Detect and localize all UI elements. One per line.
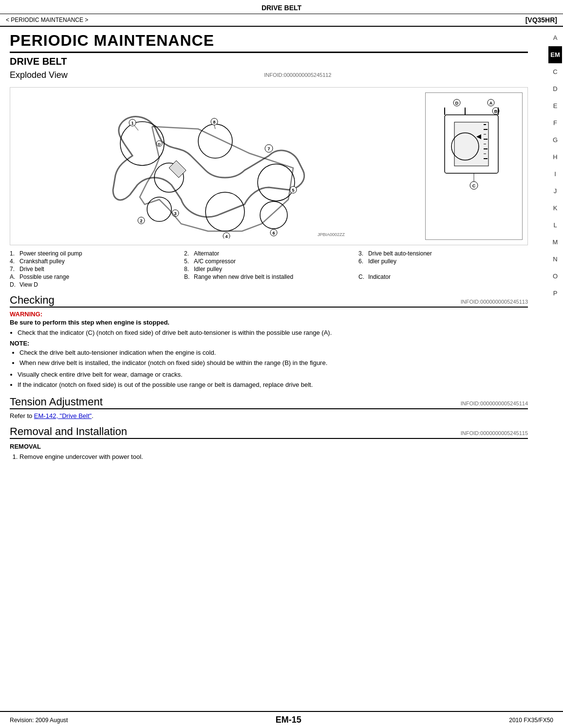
- infoid-exploded: INFOID:0000000005245112: [264, 72, 331, 78]
- checking-bullet-list: Check that the indicator (C) (notch on f…: [18, 328, 528, 338]
- sidebar-letter-M: M: [548, 234, 562, 251]
- section-title-drive-belt: DRIVE BELT: [10, 56, 528, 67]
- main-content: PERIODIC MAINTENANCE DRIVE BELT Exploded…: [0, 27, 547, 468]
- legend-item-6: 6. Idler pulley: [358, 258, 528, 265]
- removal-steps-list: Remove engine undercover with power tool…: [19, 452, 528, 462]
- subsection-title-exploded: Exploded View: [10, 70, 68, 80]
- svg-text:JPBIA0002ZZ: JPBIA0002ZZ: [318, 232, 345, 237]
- footer-revision: Revision: 2009 August: [10, 717, 68, 724]
- sidebar-letter-F: F: [548, 114, 562, 131]
- checking-title: Checking: [10, 294, 55, 307]
- svg-text:5: 5: [292, 188, 294, 193]
- checking-bullet-3: If the indicator (notch on fixed side) i…: [18, 380, 528, 390]
- warning-label: WARNING:: [10, 310, 528, 318]
- sidebar-letter-G: G: [548, 131, 562, 148]
- infoid-tension: INFOID:0000000005245114: [461, 400, 528, 406]
- sidebar-letter-EM: EM: [548, 46, 562, 63]
- sidebar-letter-K: K: [548, 200, 562, 217]
- exploded-view-header: Exploded View INFOID:0000000005245112: [10, 70, 528, 82]
- legend-item-4: 4. Crankshaft pulley: [10, 258, 179, 265]
- svg-text:D: D: [158, 142, 161, 146]
- svg-text:C: C: [472, 183, 476, 188]
- svg-text:7: 7: [267, 146, 270, 151]
- legend-item-1: 1. Power steering oil pump: [10, 250, 179, 257]
- svg-text:6: 6: [272, 231, 275, 236]
- right-sidebar: A EM C D E F G H I J K L M N O P: [547, 29, 563, 302]
- legend-item-5: 5. A/C compressor: [184, 258, 354, 265]
- svg-rect-37: [454, 122, 488, 166]
- note-bullet-list: Check the drive belt auto-tensioner indi…: [19, 348, 528, 368]
- header-title-text: DRIVE BELT: [262, 4, 301, 12]
- svg-text:8: 8: [213, 120, 215, 125]
- legend-item-C: C. Indicator: [358, 273, 528, 280]
- note-bullet-2: When new drive belt is installed, the in…: [19, 358, 528, 368]
- checking-bullet-1-text: Check that the indicator (C) (notch on f…: [18, 329, 332, 336]
- sidebar-letter-H: H: [548, 148, 562, 165]
- legend-item-D: D. View D: [10, 281, 179, 288]
- note-label: NOTE:: [10, 340, 528, 347]
- sidebar-letter-E: E: [548, 97, 562, 114]
- footer-model: 2010 FX35/FX50: [509, 717, 553, 724]
- removal-subtitle: REMOVAL: [10, 443, 528, 450]
- legend-grid: 1. Power steering oil pump 2. Alternator…: [10, 250, 528, 288]
- header-nav: < PERIODIC MAINTENANCE > [VQ35HR]: [0, 14, 563, 27]
- inset-diagram-svg: D A B: [428, 95, 520, 207]
- page-title: PERIODIC MAINTENANCE: [10, 32, 528, 53]
- svg-text:D: D: [455, 101, 459, 106]
- nav-breadcrumb: < PERIODIC MAINTENANCE >: [6, 17, 88, 23]
- sidebar-letter-J: J: [548, 182, 562, 200]
- main-diagram: 1 D 8 7 3: [15, 92, 420, 240]
- tension-section-header: Tension Adjustment INFOID:00000000052451…: [10, 396, 528, 409]
- checking-section-header: Checking INFOID:0000000005245113: [10, 294, 528, 308]
- svg-text:1: 1: [131, 121, 133, 126]
- page-footer: Revision: 2009 August EM-15 2010 FX35/FX…: [0, 711, 563, 728]
- tension-refer-end: .: [92, 412, 94, 419]
- removal-step-1: Remove engine undercover with power tool…: [19, 452, 528, 462]
- sidebar-letter-C: C: [548, 63, 562, 80]
- legend-item-3: 3. Drive belt auto-tensioner: [358, 250, 528, 257]
- sidebar-letter-I: I: [548, 165, 562, 182]
- inset-diagram: D A B: [425, 92, 523, 240]
- sidebar-letter-D: D: [548, 80, 562, 97]
- infoid-checking: INFOID:0000000005245113: [461, 299, 528, 305]
- checking-extra-bullets: Visually check entire drive belt for wea…: [18, 370, 528, 390]
- sidebar-letter-A: A: [548, 29, 562, 46]
- infoid-removal: INFOID:0000000005245115: [461, 430, 528, 436]
- legend-item-8: 8. Idler pulley: [184, 266, 354, 273]
- sidebar-letter-O: O: [548, 268, 562, 285]
- sidebar-letter-N: N: [548, 251, 562, 268]
- removal-step-1-text: Remove engine undercover with power tool…: [19, 453, 143, 460]
- warning-bold-text: Be sure to perform this step when engine…: [10, 319, 528, 326]
- sidebar-letter-L: L: [548, 217, 562, 234]
- svg-text:A: A: [489, 101, 493, 106]
- svg-rect-0: [84, 92, 352, 238]
- legend-item-B: B. Range when new drive belt is installe…: [184, 273, 354, 280]
- sidebar-letter-P: P: [548, 285, 562, 302]
- footer-page-number: EM-15: [276, 715, 301, 725]
- belt-diagram-svg: 1 D 8 7 3: [15, 92, 420, 238]
- tension-refer-link[interactable]: EM-142, "Drive Belt": [34, 412, 92, 419]
- tension-title: Tension Adjustment: [10, 396, 103, 408]
- tension-refer-line: Refer to EM-142, "Drive Belt".: [10, 412, 528, 419]
- svg-text:4: 4: [225, 234, 227, 238]
- removal-installation-title: Removal and Installation: [10, 425, 127, 438]
- legend-item-2: 2. Alternator: [184, 250, 354, 257]
- svg-text:2: 2: [140, 218, 142, 223]
- note-bullet-1: Check the drive belt auto-tensioner indi…: [19, 348, 528, 358]
- legend-item-A: A. Possible use range: [10, 273, 179, 280]
- legend-item-blank: [358, 266, 528, 273]
- tension-refer-text: Refer to: [10, 412, 34, 419]
- removal-section-header: Removal and Installation INFOID:00000000…: [10, 425, 528, 439]
- legend-item-7: 7. Drive belt: [10, 266, 179, 273]
- checking-bullet-2: Visually check entire drive belt for wea…: [18, 370, 528, 380]
- nav-model-code: [VQ35HR]: [525, 16, 557, 24]
- diagram-container: 1 D 8 7 3: [10, 87, 528, 245]
- page-header-title: DRIVE BELT: [0, 0, 563, 14]
- svg-text:B: B: [494, 109, 498, 114]
- checking-bullet-1: Check that the indicator (C) (notch on f…: [18, 328, 528, 338]
